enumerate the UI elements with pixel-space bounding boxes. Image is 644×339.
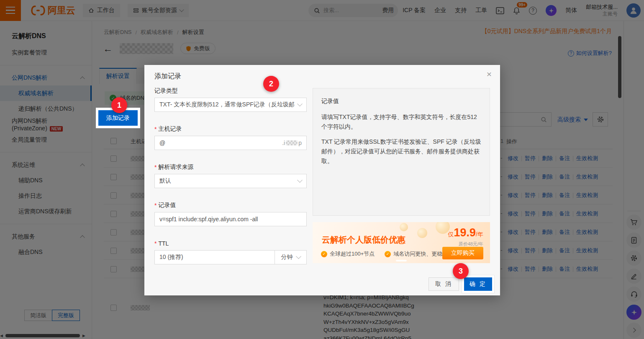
required-mark: * (154, 164, 157, 171)
request-line-value: 默认 (159, 177, 171, 185)
host-record-label: 主机记录 (158, 125, 182, 133)
check-icon: ✓ (321, 251, 327, 257)
suffix-suffix: p (298, 140, 302, 146)
suffix-prefix: .i (282, 140, 285, 146)
price-prefix: 仅 (448, 231, 454, 238)
chevron-down-icon (297, 177, 303, 183)
field-ttl: *TTL 10 (推荐) 分钟 (154, 239, 307, 264)
ttl-value: 10 (推荐) (155, 254, 271, 261)
coin-decoration (417, 228, 427, 238)
field-record-type: 记录类型 TXT- 文本长度限制512，通常做SPF记录（反垃圾邮件） (154, 87, 307, 112)
field-request-line: *解析请求来源 默认 (154, 163, 307, 188)
buy-now-button[interactable]: 立即购买 (442, 247, 483, 259)
field-host-record: *主机记录 @ .i p (154, 125, 307, 150)
ttl-unit-value: 分钟 (281, 254, 293, 261)
price-unit: /年 (476, 231, 483, 238)
host-record-value: @ (159, 140, 165, 146)
record-value-input[interactable]: v=spf1 include:spf.qiye.aliyun.com -all (154, 212, 307, 226)
add-record-form: 记录类型 TXT- 文本长度限制512，通常做SPF记录（反垃圾邮件） *主机记… (154, 87, 307, 277)
page: 阿里云 工作台 账号全部资源 搜索... 费用ICP 备案企业支持工单 99+ … (0, 0, 644, 339)
close-icon[interactable]: × (487, 70, 492, 79)
record-value-label: 记录值 (158, 202, 176, 209)
help-panel: 记录值 请填写TXT记录值，支持字母、数字和英文符号，长度在512个字符以内。 … (313, 88, 490, 216)
host-record-domain-suffix: .i p (282, 140, 302, 146)
record-value-value: v=spf1 include:spf.qiye.aliyun.com -all (159, 216, 258, 223)
promo-original-price: 原价48元/年 (459, 241, 483, 247)
chevron-down-icon (296, 254, 301, 259)
domain-suffix-blurred (286, 140, 298, 145)
help-paragraph-1: 请填写TXT记录值，支持字母、数字和英文符号，长度在512个字符以内。 (321, 112, 481, 132)
promo-title: 云解析个人版低价优惠 (322, 234, 405, 246)
required-mark: * (154, 240, 157, 247)
ttl-unit-select[interactable]: 分钟 (275, 251, 306, 264)
promo-bullet: ✓域名访问更快、更稳定 (385, 250, 448, 258)
host-record-input[interactable]: @ .i p (154, 136, 307, 150)
ttl-label: TTL (158, 240, 169, 247)
record-value-help: 记录值 请填写TXT记录值，支持字母、数字和英文符号，长度在512个字符以内。 … (313, 88, 490, 216)
coin-decoration (400, 223, 408, 231)
field-record-value: *记录值 v=spf1 include:spf.qiye.aliyun.com … (154, 201, 307, 226)
modal-title: 添加记录 (154, 72, 181, 81)
record-type-value: TXT- 文本长度限制512，通常做SPF记录（反垃圾邮件） (159, 101, 295, 109)
record-type-label: 记录类型 (154, 87, 178, 95)
check-icon: ✓ (385, 251, 391, 257)
promo-bullets: ✓全球超过100+节点✓域名访问更快、更稳定 (321, 250, 448, 258)
step-badge-1: 1 (111, 97, 127, 113)
promo-bullet-text: 域名访问更快、更稳定 (393, 250, 448, 258)
help-paragraph-2: TXT 记录常用来做SSL数字证书签发验证、SPF 记录（反垃圾邮件），对应记录… (321, 137, 481, 166)
price-value: 19.9 (454, 226, 476, 239)
modal-footer: 取 消 确 定 (428, 277, 492, 291)
ttl-input[interactable]: 10 (推荐) 分钟 (154, 250, 307, 264)
record-type-select[interactable]: TXT- 文本长度限制512，通常做SPF记录（反垃圾邮件） (154, 98, 307, 112)
carousel-indicator (396, 260, 407, 261)
step-badge-3: 3 (453, 263, 469, 279)
promo-bullet-text: 全球超过100+节点 (330, 250, 375, 258)
step-badge-2: 2 (263, 76, 279, 92)
promo-bullet: ✓全球超过100+节点 (321, 250, 375, 258)
chevron-down-icon (297, 101, 303, 106)
required-mark: * (154, 126, 157, 132)
add-record-modal: 添加记录 × 记录类型 TXT- 文本长度限制512，通常做SPF记录（反垃圾邮… (144, 65, 500, 295)
request-line-select[interactable]: 默认 (154, 174, 307, 188)
promo-banner[interactable]: 云解析个人版低价优惠 仅 19.9 /年 原价48元/年 ✓全球超过100+节点… (313, 222, 490, 263)
required-mark: * (154, 202, 157, 209)
confirm-button[interactable]: 确 定 (464, 277, 492, 291)
promo-price: 仅 19.9 /年 (448, 226, 483, 239)
request-line-label: 解析请求来源 (158, 163, 193, 171)
help-title: 记录值 (321, 98, 481, 105)
cancel-button[interactable]: 取 消 (428, 277, 459, 291)
